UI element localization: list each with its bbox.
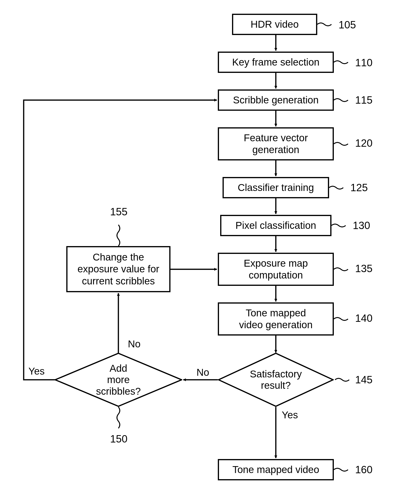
node-text: Change theexposure value forcurrent scri… [77, 251, 159, 287]
node-text: Tone mappedvideo generation [239, 307, 313, 331]
ref-150: 150 [110, 433, 127, 445]
ref-105: 105 [339, 19, 356, 31]
node-text: Scribble generation [233, 94, 319, 106]
node-change-exposure-value: Change theexposure value forcurrent scri… [66, 246, 170, 292]
ref-130: 130 [353, 220, 370, 231]
node-feature-vector-generation: Feature vectorgeneration [218, 127, 334, 160]
node-pixel-classification: Pixel classification [220, 215, 331, 236]
ref-160: 160 [355, 464, 372, 476]
node-tone-mapped-video-generation: Tone mappedvideo generation [218, 302, 334, 336]
ref-140: 140 [355, 312, 372, 324]
edge-label-150-yes: Yes [28, 366, 45, 377]
decision-satisfactory-result: Satisfactoryresult? [218, 353, 334, 407]
node-text: Feature vectorgeneration [244, 132, 308, 156]
ref-115: 115 [355, 94, 372, 106]
ref-155: 155 [110, 206, 127, 218]
node-tone-mapped-video: Tone mapped video [218, 459, 334, 480]
decision-add-more-scribbles: Addmore scribbles? [55, 353, 182, 407]
node-exposure-map-computation: Exposure mapcomputation [218, 253, 334, 286]
node-text: HDR video [250, 18, 298, 30]
node-key-frame-selection: Key frame selection [218, 52, 334, 73]
node-scribble-generation: Scribble generation [218, 90, 334, 111]
node-hdr-video: HDR video [232, 14, 317, 35]
decision-text: Satisfactoryresult? [250, 368, 302, 391]
node-text: Pixel classification [236, 220, 316, 231]
node-text: Classifier training [238, 182, 314, 193]
ref-135: 135 [355, 263, 372, 275]
node-classifier-training: Classifier training [223, 177, 329, 198]
node-text: Exposure mapcomputation [244, 258, 308, 281]
node-text: Tone mapped video [232, 464, 319, 476]
flow-arrows [0, 0, 420, 504]
edge-label-145-yes: Yes [282, 409, 298, 421]
ref-145: 145 [355, 374, 372, 386]
edge-label-150-no: No [128, 338, 141, 350]
edge-label-145-no: No [196, 367, 209, 378]
ref-110: 110 [355, 57, 372, 69]
decision-text: Addmore scribbles? [86, 363, 150, 397]
ref-120: 120 [355, 137, 372, 149]
node-text: Key frame selection [232, 56, 320, 68]
ref-125: 125 [350, 182, 368, 193]
